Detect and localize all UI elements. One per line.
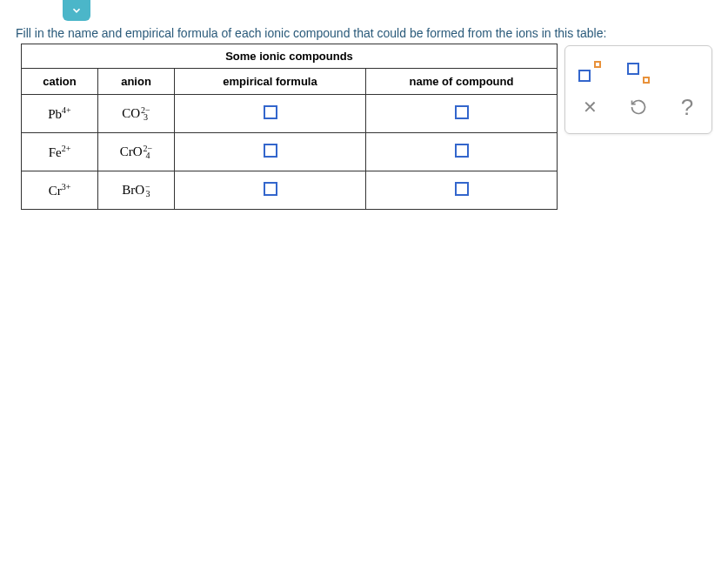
table-row: Cr3+ BrO−3 <box>22 171 558 210</box>
instruction-text: Fill in the name and empirical formula o… <box>16 26 606 40</box>
reset-icon <box>630 98 647 116</box>
name-input[interactable] <box>455 182 469 196</box>
header-anion: anion <box>98 69 175 95</box>
chevron-down-icon <box>70 4 83 17</box>
help-icon: ? <box>681 94 693 121</box>
table-title: Some ionic compounds <box>22 44 558 69</box>
superscript-button[interactable] <box>575 57 604 87</box>
ionic-compounds-table: Some ionic compounds cation anion empiri… <box>21 44 558 210</box>
table-row: Pb4+ CO2−3 <box>22 95 558 133</box>
header-cation: cation <box>22 69 98 95</box>
header-formula: empirical formula <box>175 69 366 95</box>
superscript-icon <box>578 63 601 82</box>
help-button[interactable]: ? <box>672 92 702 122</box>
name-input[interactable] <box>455 105 469 119</box>
toolbox-panel: ✕ ? <box>564 45 712 134</box>
cation-cell: Cr3+ <box>22 171 98 210</box>
close-button[interactable]: ✕ <box>575 92 604 122</box>
close-icon: ✕ <box>583 97 598 118</box>
formula-input[interactable] <box>264 182 277 196</box>
subscript-button[interactable] <box>624 57 653 87</box>
header-name: name of compound <box>366 69 558 95</box>
name-input[interactable] <box>455 144 469 158</box>
cation-cell: Fe2+ <box>22 133 98 171</box>
dropdown-toggle[interactable] <box>63 0 90 21</box>
cation-cell: Pb4+ <box>22 95 98 133</box>
subscript-icon <box>627 63 650 82</box>
table-row: Fe2+ CrO2−4 <box>22 133 558 171</box>
anion-cell: CrO2−4 <box>98 133 175 171</box>
anion-cell: BrO−3 <box>98 171 175 210</box>
anion-cell: CO2−3 <box>98 95 175 133</box>
formula-input[interactable] <box>264 105 277 119</box>
reset-button[interactable] <box>624 92 653 122</box>
formula-input[interactable] <box>264 144 277 158</box>
